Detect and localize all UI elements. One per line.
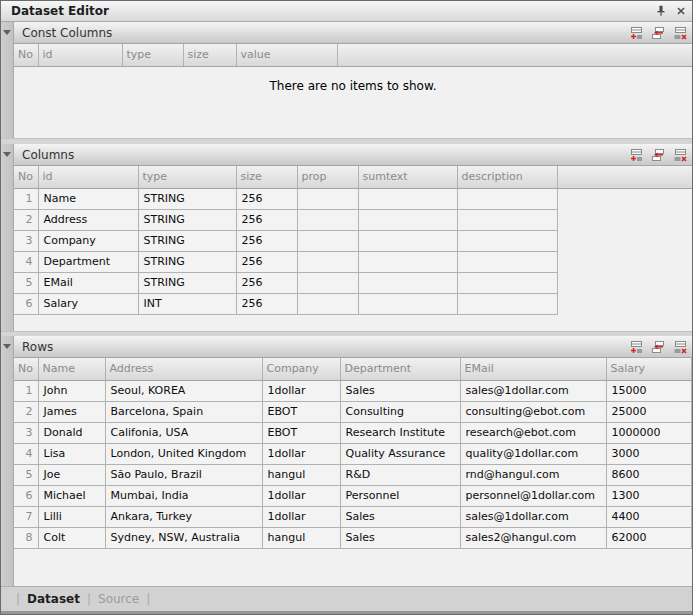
cell[interactable]: Sydney, NSW, Australia (105, 527, 262, 548)
cell[interactable]: 1dollar (262, 506, 340, 527)
cell[interactable]: Seoul, KOREA (105, 380, 262, 401)
cell[interactable]: 1dollar (262, 380, 340, 401)
delete-row-button[interactable] (670, 338, 690, 356)
cell[interactable]: 8600 (606, 464, 692, 485)
cell[interactable] (358, 209, 457, 230)
cell[interactable]: STRING (138, 272, 236, 293)
cell[interactable]: Research Institute (340, 422, 460, 443)
row-number[interactable]: 3 (14, 230, 38, 251)
table-row[interactable]: 2JamesBarcelona, SpainEBOTConsultingcons… (14, 401, 692, 422)
cell[interactable]: Department (38, 251, 138, 272)
table-row[interactable]: 4DepartmentSTRING256 (14, 251, 692, 272)
cell[interactable] (457, 251, 557, 272)
cell[interactable]: 256 (236, 209, 297, 230)
table-row[interactable]: 7LilliAnkara, Turkey1dollarSalessales@1d… (14, 506, 692, 527)
cell[interactable] (297, 209, 358, 230)
cell[interactable]: São Paulo, Brazil (105, 464, 262, 485)
cell[interactable]: Barcelona, Spain (105, 401, 262, 422)
cell[interactable] (457, 188, 557, 209)
cell[interactable]: 1300 (606, 485, 692, 506)
cell[interactable]: EBOT (262, 422, 340, 443)
row-number[interactable]: 1 (14, 188, 38, 209)
cell[interactable]: 256 (236, 272, 297, 293)
cell[interactable]: 256 (236, 230, 297, 251)
cell[interactable]: Donald (38, 422, 105, 443)
cell[interactable] (297, 230, 358, 251)
cell[interactable]: consulting@ebot.com (460, 401, 606, 422)
row-number[interactable]: 5 (14, 464, 38, 485)
cell[interactable] (457, 272, 557, 293)
table-row[interactable]: 1NameSTRING256 (14, 188, 692, 209)
cell[interactable]: Ankara, Turkey (105, 506, 262, 527)
insert-row-button[interactable] (648, 24, 668, 42)
table-row[interactable]: 1JohnSeoul, KOREA1dollarSalessales@1doll… (14, 380, 692, 401)
table-row[interactable]: 3CompanySTRING256 (14, 230, 692, 251)
cell[interactable] (457, 209, 557, 230)
cell[interactable] (457, 230, 557, 251)
cell[interactable] (297, 272, 358, 293)
insert-row-button[interactable] (648, 338, 668, 356)
cell[interactable]: Address (38, 209, 138, 230)
row-number[interactable]: 2 (14, 209, 38, 230)
cell[interactable]: 25000 (606, 401, 692, 422)
cell[interactable]: Sales (340, 527, 460, 548)
row-number[interactable]: 4 (14, 443, 38, 464)
cell[interactable]: John (38, 380, 105, 401)
cell[interactable]: Consulting (340, 401, 460, 422)
cell[interactable]: rnd@hangul.com (460, 464, 606, 485)
cell[interactable] (297, 188, 358, 209)
row-number[interactable]: 1 (14, 380, 38, 401)
cell[interactable]: 256 (236, 293, 297, 314)
cell[interactable]: sales@1dollar.com (460, 506, 606, 527)
row-number[interactable]: 8 (14, 527, 38, 548)
table-row[interactable]: 4LisaLondon, United Kingdom1dollarQualit… (14, 443, 692, 464)
cell[interactable] (297, 293, 358, 314)
row-number[interactable]: 5 (14, 272, 38, 293)
cell[interactable]: 1dollar (262, 443, 340, 464)
cell[interactable]: 62000 (606, 527, 692, 548)
cell[interactable]: 1dollar (262, 485, 340, 506)
cell[interactable]: Colt (38, 527, 105, 548)
cell[interactable]: Quality Assurance (340, 443, 460, 464)
row-number[interactable]: 2 (14, 401, 38, 422)
delete-row-button[interactable] (670, 146, 690, 164)
row-number[interactable]: 4 (14, 251, 38, 272)
row-number[interactable]: 7 (14, 506, 38, 527)
table-row[interactable]: 5EMailSTRING256 (14, 272, 692, 293)
table-row[interactable]: 2AddressSTRING256 (14, 209, 692, 230)
cell[interactable]: Michael (38, 485, 105, 506)
cell[interactable]: hangul (262, 464, 340, 485)
cell[interactable]: hangul (262, 527, 340, 548)
cell[interactable]: STRING (138, 209, 236, 230)
cell[interactable]: 256 (236, 188, 297, 209)
cell[interactable] (358, 272, 457, 293)
cell[interactable]: Salary (38, 293, 138, 314)
cell[interactable] (297, 251, 358, 272)
collapse-arrow-icon[interactable] (3, 152, 11, 157)
cell[interactable]: 4400 (606, 506, 692, 527)
cell[interactable]: quality@1dollar.com (460, 443, 606, 464)
row-number[interactable]: 6 (14, 293, 38, 314)
cell[interactable]: STRING (138, 188, 236, 209)
table-row[interactable]: 5JoeSão Paulo, BrazilhangulR&Drnd@hangul… (14, 464, 692, 485)
row-number[interactable]: 3 (14, 422, 38, 443)
insert-row-button[interactable] (648, 146, 668, 164)
cell[interactable]: Califonia, USA (105, 422, 262, 443)
cell[interactable]: personnel@1dollar.com (460, 485, 606, 506)
cell[interactable]: STRING (138, 230, 236, 251)
cell[interactable]: Mumbai, India (105, 485, 262, 506)
cell[interactable]: EBOT (262, 401, 340, 422)
pin-button[interactable] (652, 3, 669, 19)
cell[interactable] (358, 251, 457, 272)
table-row[interactable]: 8ColtSydney, NSW, AustraliahangulSalessa… (14, 527, 692, 548)
cell[interactable]: R&D (340, 464, 460, 485)
cell[interactable]: Sales (340, 506, 460, 527)
cell[interactable]: James (38, 401, 105, 422)
cell[interactable]: sales2@hangul.com (460, 527, 606, 548)
cell[interactable]: Name (38, 188, 138, 209)
add-row-button[interactable] (626, 146, 646, 164)
collapse-arrow-icon[interactable] (3, 344, 11, 349)
cell[interactable]: sales@1dollar.com (460, 380, 606, 401)
table-row[interactable]: 6MichaelMumbai, India1dollarPersonnelper… (14, 485, 692, 506)
tab-dataset[interactable]: Dataset (27, 592, 80, 606)
